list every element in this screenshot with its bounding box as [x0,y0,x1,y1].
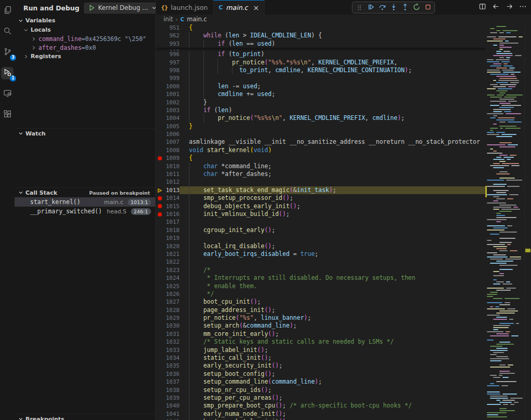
close-icon[interactable]: × [253,4,259,12]
code-line-1009[interactable]: 1009{ [156,154,485,162]
gutter-marker[interactable] [156,138,164,146]
tab-main.c[interactable]: Cmain.c× [213,0,265,15]
restart-button[interactable] [411,3,421,12]
code-line-1029[interactable]: 1029pr_notice("%s", linux_banner); [156,314,485,322]
activity-item-run-and-debug[interactable]: 1 [1,67,13,79]
gutter-marker[interactable] [156,178,164,186]
code-line-1008[interactable]: 1008void start_kernel(void) [156,146,485,154]
gutter-marker[interactable] [156,362,164,370]
code-line-999[interactable]: 999 [156,74,485,82]
gutter-marker[interactable] [156,242,164,250]
variable-row[interactable]: command_line = 0x4256369c "\250" [15,34,155,43]
gutter-marker[interactable] [156,378,164,386]
breadcrumb-folder[interactable]: init [164,16,173,23]
code-line-1012[interactable]: 1012 [156,178,485,186]
gutter-marker[interactable] [156,306,164,314]
code-line-1000[interactable]: 1000len -= used; [156,83,485,90]
variables-group-locals[interactable]: Locals [15,25,155,34]
launch-config-button[interactable]: Kernel Debug ... [84,3,162,13]
code-line-951[interactable]: 951{ [156,24,485,32]
gutter-marker[interactable] [156,298,164,306]
code-line-1028[interactable]: 1028page_address_init(); [156,306,485,314]
code-line-1019[interactable]: 1019 [156,234,485,242]
code-line-1042[interactable]: 1042boot_cpu_hotplug_init(); [156,418,485,420]
code-line-1013[interactable]: 1013set_task_stack_end_magic(&init_task)… [156,186,485,194]
step-over-button[interactable] [377,3,387,12]
gutter-marker[interactable] [156,186,164,194]
variable-row[interactable]: after_dashes = 0x0 [15,43,155,52]
code-line-993[interactable]: 993if (len == used) [156,40,485,48]
gutter-marker[interactable] [156,290,164,298]
gutter-marker[interactable] [156,370,164,378]
code-line-1040[interactable]: 1040smp_prepare_boot_cpu(); /* arch-spec… [156,402,485,410]
gutter-marker[interactable] [156,162,164,170]
activity-item-source-control[interactable]: 3 [1,46,13,59]
gutter-marker[interactable] [156,210,164,218]
code-line-1016[interactable]: 1016init_vmlinux_build_id(); [156,210,485,218]
variables-group-registers[interactable]: Registers [15,52,155,61]
code-line-1036[interactable]: 1036setup_boot_config(); [156,370,485,378]
stop-button[interactable] [423,3,433,12]
code-line-1021[interactable]: 1021early_boot_irqs_disabled = true; [156,250,485,258]
navigate-back-button[interactable] [491,2,501,12]
gutter-marker[interactable] [156,338,164,346]
gutter-marker[interactable] [156,99,164,106]
gutter-marker[interactable] [156,123,164,130]
gutter-marker[interactable] [156,66,164,74]
code-line-1018[interactable]: 1018cgroup_init_early(); [156,226,485,234]
code-line-1015[interactable]: 1015debug_objects_early_init(); [156,202,485,210]
gutter-marker[interactable] [156,402,164,410]
code-line-1030[interactable]: 1030setup_arch(&command_line); [156,322,485,330]
code-line-1005[interactable]: 1005} [156,123,485,130]
gutter-marker[interactable] [156,394,164,402]
step-into-button[interactable] [388,3,399,12]
minimap[interactable] [485,24,524,420]
code-line-1022[interactable]: 1022 [156,258,485,266]
code-line-1023[interactable]: 1023/* [156,266,485,274]
code-line-1017[interactable]: 1017 [156,218,485,226]
gutter-marker[interactable] [156,146,164,154]
tab-launch.json[interactable]: {}launch.json [156,0,213,15]
gutter-marker[interactable] [156,274,164,282]
watch-section-header[interactable]: Watch [15,128,155,138]
gutter-marker[interactable] [156,282,164,290]
gutter-marker[interactable] [156,354,164,362]
code-line-1041[interactable]: 1041early_numa_node_init(); [156,410,485,418]
code-line-1026[interactable]: 1026 */ [156,290,485,298]
code-line-962[interactable]: 962while (len > IDEAL_CMDLINE_LEN) { [156,32,485,39]
more-actions-button[interactable] [518,2,528,12]
gutter-marker[interactable] [156,114,164,122]
code-line-1035[interactable]: 1035early_security_init(); [156,362,485,370]
gutter-marker[interactable] [156,314,164,322]
code-line-1002[interactable]: 1002} [156,99,485,106]
breadcrumb-file[interactable]: main.c [187,16,207,23]
gutter-marker[interactable] [156,202,164,210]
code-line-1007[interactable]: 1007asmlinkage __visible __init __no_san… [156,138,485,146]
gutter-marker[interactable] [156,130,164,138]
code-line-1037[interactable]: 1037setup_command_line(command_line); [156,378,485,386]
activity-item-remote-explorer[interactable] [1,88,13,100]
code-line-997[interactable]: 997pr_notice("%s%.*s%s\n", KERNEL_CMDLIN… [156,59,485,66]
code-line-1010[interactable]: 1010char *command_line; [156,162,485,170]
code-line-996[interactable]: 996if (to_print) [156,50,485,58]
gutter-marker[interactable] [156,170,164,178]
activity-item-search[interactable] [1,25,13,38]
breakpoints-section-header[interactable]: Breakpoints [15,414,155,420]
gutter-marker[interactable] [156,106,164,114]
code-line-1014[interactable]: 1014smp_setup_processor_id(); [156,194,485,202]
gutter-marker[interactable] [156,330,164,338]
stack-frame[interactable]: __primary_switched()head.S246:1 [15,207,155,216]
split-editor-button[interactable] [477,2,487,12]
code-line-1038[interactable]: 1038setup_nr_cpu_ids(); [156,386,485,394]
gutter-marker[interactable] [156,418,164,420]
continue-button[interactable] [365,3,376,12]
code-line-1033[interactable]: 1033jump_label_init(); [156,346,485,354]
gutter-marker[interactable] [156,322,164,330]
code-line-1032[interactable]: 1032/* Static keys and static calls are … [156,338,485,346]
code-line-1003[interactable]: 1003if (len) [156,106,485,114]
gutter-marker[interactable] [156,154,164,162]
code-line-1025[interactable]: 1025 * enable them. [156,282,485,290]
stack-frame[interactable]: start_kernel()main.c1013:1 [15,197,155,207]
gutter-marker[interactable] [156,258,164,266]
activity-item-extensions[interactable] [1,109,13,121]
